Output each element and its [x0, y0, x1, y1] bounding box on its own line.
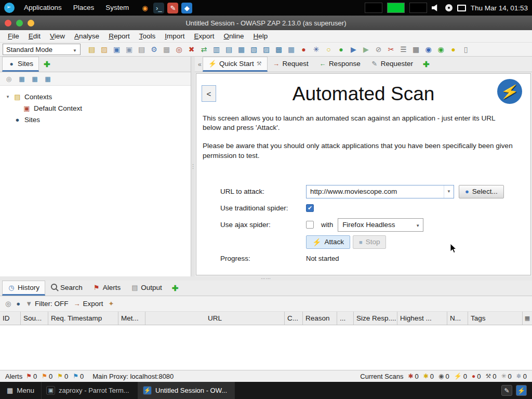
yellow-flag-icon[interactable]: ⚑ 0	[57, 373, 68, 380]
menu-item[interactable]: Tools	[135, 31, 161, 41]
volume-icon[interactable]	[432, 4, 441, 12]
terminal-icon[interactable]: ›_	[153, 3, 164, 14]
browser-select[interactable]: Firefox Headless	[338, 218, 423, 232]
menu-item[interactable]: File	[3, 31, 24, 41]
display-icon[interactable]	[457, 5, 466, 11]
menu-item[interactable]: View	[45, 31, 70, 41]
maximize-button[interactable]	[16, 20, 23, 26]
window-titlebar[interactable]: Untitled Session - OWASP ZAP 2.13.0 (as …	[0, 16, 532, 30]
workspace-thumbnail[interactable]	[409, 3, 427, 13]
tab-sites[interactable]: ● Sites	[2, 57, 39, 72]
red-flag-icon[interactable]: ⚑ 0	[26, 373, 37, 380]
column-header-highest-alert[interactable]: Highest ...	[397, 312, 447, 325]
applications-menu[interactable]: Applications	[19, 0, 67, 16]
close-button[interactable]	[5, 20, 11, 26]
passive-scan-icon[interactable]: ◉ 0	[438, 373, 449, 380]
taskbar-window-terminal[interactable]: ▣ zaproxy - Parrot Term...	[42, 382, 138, 399]
minimize-button[interactable]	[28, 20, 34, 26]
step-icon[interactable]: ▶	[348, 43, 360, 56]
help-icon[interactable]: ●	[447, 43, 459, 56]
taskbar-window-zap[interactable]: ⚡ Untitled Session - OW...	[138, 382, 235, 399]
show-tabs-icon[interactable]: ▦	[285, 43, 297, 56]
table-columns-icon[interactable]: ▦	[410, 43, 422, 56]
tab-history[interactable]: ◷ History	[2, 281, 45, 296]
add-tab-button[interactable]: ✚	[418, 57, 434, 72]
column-header-url[interactable]: URL	[145, 312, 285, 325]
zap-tray-icon[interactable]: ⚡	[516, 385, 527, 396]
fuzzer-scan-icon[interactable]: ⚒ 0	[485, 373, 496, 380]
layout-full-icon[interactable]: ▦	[235, 43, 247, 56]
history-table-body[interactable]	[0, 325, 532, 370]
api-icon[interactable]: ◉	[422, 43, 434, 56]
attack-button[interactable]: ⚡ Attack	[306, 235, 350, 249]
tab-search[interactable]: Search	[45, 281, 88, 296]
add-tab-button[interactable]: ✚	[39, 57, 55, 72]
menu-item[interactable]: Report	[104, 31, 135, 41]
column-header-size[interactable]: Size Resp....	[354, 312, 397, 325]
column-config-icon[interactable]	[523, 312, 532, 325]
open-session-icon[interactable]: ▨	[98, 43, 110, 56]
mode-select[interactable]: Standard Mode	[3, 44, 81, 55]
filter-funnel-icon[interactable]: ▼ Filter: OFF	[25, 300, 68, 308]
target-icon[interactable]: ◎	[4, 74, 14, 84]
session-note-icon[interactable]: ▤	[136, 43, 148, 56]
menu-item[interactable]: Analyse	[70, 31, 104, 41]
ajax-spider-scan-icon[interactable]: ✱ 0	[423, 373, 434, 380]
column-header-code[interactable]: C...	[285, 312, 303, 325]
hints-icon[interactable]: ○	[323, 43, 335, 56]
orange-flag-icon[interactable]: ⚑ 0	[42, 373, 52, 380]
system-menu[interactable]: System	[100, 0, 134, 16]
tab-output[interactable]: ▤ Output	[126, 281, 167, 296]
chevron-down-icon[interactable]	[444, 185, 454, 198]
add-tab-button[interactable]: ✚	[167, 281, 183, 296]
undo-icon[interactable]: ⇄	[198, 43, 210, 56]
menu-item[interactable]: Online	[219, 31, 248, 41]
export-urls-icon[interactable]: ▦	[43, 74, 53, 84]
report-icon[interactable]: ▯	[460, 43, 472, 56]
tab-quick-start[interactable]: ⚡ Quick Start ⚒	[203, 57, 268, 72]
layout-left-icon[interactable]: ▧	[248, 43, 260, 56]
spider-icon[interactable]: ✳	[310, 43, 322, 56]
tree-node-default-context[interactable]: ▣ Default Context	[0, 102, 191, 114]
break-point-icon[interactable]: ●	[298, 43, 310, 56]
column-header-id[interactable]: ID	[0, 312, 21, 325]
collapse-arrow-icon[interactable]	[5, 94, 10, 99]
horizontal-splitter[interactable]	[0, 276, 532, 281]
session-properties-icon[interactable]: ▤	[86, 43, 98, 56]
scope-target-icon[interactable]: ◎	[5, 300, 11, 308]
text-editor-icon[interactable]: ✎	[167, 3, 178, 14]
column-header-reason[interactable]: Reason	[303, 312, 337, 325]
menu-button[interactable]: ▦ Menu	[0, 382, 42, 399]
workspace-thumbnail[interactable]	[365, 3, 382, 13]
snapshot-session-icon[interactable]: ▣	[123, 43, 135, 56]
url-to-attack-combobox[interactable]: http://www.moviescope.com	[306, 185, 454, 198]
proxy-status-icon[interactable]: ◉	[435, 43, 447, 56]
layout-split-icon[interactable]: ▤	[223, 43, 235, 56]
broom-icon[interactable]: ✦	[109, 300, 114, 308]
firefox-icon[interactable]: ◉	[139, 3, 150, 14]
tab-request[interactable]: → Request	[268, 57, 314, 72]
keyboard-layout-icon[interactable]: ✎	[501, 385, 512, 396]
spider-scan-icon[interactable]: ✱ 0	[408, 373, 418, 380]
menu-item[interactable]: Import	[160, 31, 189, 41]
layout-tabs-icon[interactable]: ▥	[210, 43, 222, 56]
menu-item[interactable]: Export	[189, 31, 219, 41]
select-button[interactable]: ● Select...	[459, 185, 504, 198]
stop-icon[interactable]: ⊘	[373, 43, 384, 56]
parrot-logo-icon[interactable]	[4, 3, 15, 13]
back-button[interactable]: <	[202, 85, 216, 102]
layout-grid-icon[interactable]: ▩	[273, 43, 285, 56]
column-header-method[interactable]: Met...	[118, 312, 145, 325]
break-scan-icon[interactable]: ● 0	[472, 373, 481, 380]
media-disc-icon[interactable]	[445, 4, 453, 11]
menu-item[interactable]: Edit	[24, 31, 45, 41]
persist-session-icon[interactable]: ▣	[111, 43, 123, 56]
workspace-thumbnail-active[interactable]	[387, 3, 405, 13]
record-icon[interactable]: ●	[335, 43, 347, 56]
column-header-source[interactable]: Sou...	[21, 312, 48, 325]
options-icon[interactable]: ⚙	[148, 43, 160, 56]
ajax-spider-checkbox[interactable]	[306, 221, 314, 229]
drop-icon[interactable]: ✂	[385, 43, 397, 56]
scope-icon[interactable]: ◎	[173, 43, 185, 56]
menu-item[interactable]: Help	[249, 31, 273, 41]
